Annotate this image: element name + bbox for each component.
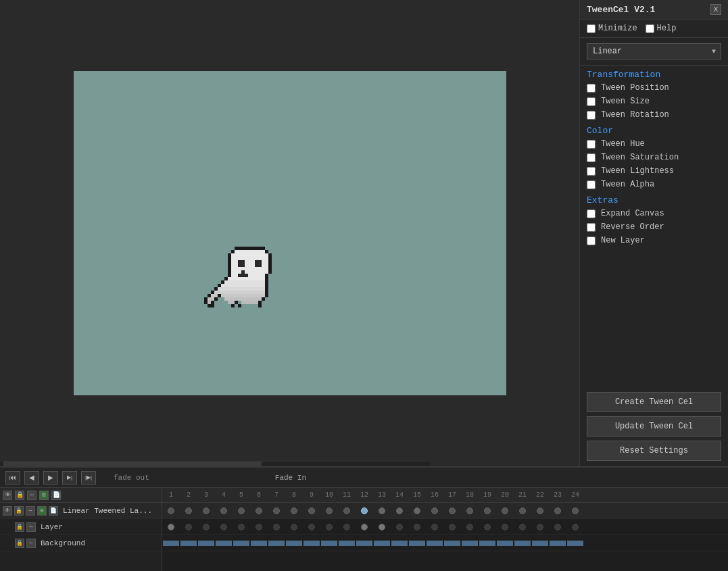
cell-1-1[interactable] — [162, 505, 180, 517]
reset-settings-button[interactable]: Reset Settings — [587, 441, 721, 461]
cell-2-9[interactable] — [303, 521, 320, 533]
cell-3-5[interactable] — [233, 537, 250, 549]
dots-header-icon[interactable]: ⋯ — [27, 491, 37, 500]
tween-saturation-checkbox[interactable] — [587, 153, 596, 162]
cell-1-20[interactable] — [496, 505, 514, 517]
cell-2-8[interactable] — [285, 521, 303, 533]
minimize-option[interactable]: Minimize — [587, 24, 637, 33]
cell-3-23[interactable] — [549, 537, 566, 549]
page-icon-1[interactable]: 📄 — [49, 506, 58, 516]
cell-3-4[interactable] — [215, 537, 233, 549]
cell-2-24[interactable] — [566, 521, 584, 533]
cell-3-6[interactable] — [250, 537, 268, 549]
cell-1-17[interactable] — [443, 505, 461, 517]
cell-3-16[interactable] — [426, 537, 443, 549]
update-tween-button[interactable]: Update Tween Cel — [587, 416, 721, 437]
cell-1-11[interactable] — [338, 505, 356, 517]
page-header-icon[interactable]: 📄 — [51, 491, 61, 500]
cell-1-16[interactable] — [426, 505, 443, 517]
close-button[interactable]: X — [710, 4, 721, 15]
cell-3-8[interactable] — [285, 537, 303, 549]
group-header-icon[interactable]: ⊞ — [39, 491, 49, 500]
group-icon-1[interactable]: ⊞ — [37, 506, 47, 516]
cell-3-21[interactable] — [514, 537, 531, 549]
tween-position-checkbox[interactable] — [587, 84, 596, 93]
cell-2-2[interactable] — [180, 521, 197, 533]
new-layer-checkbox[interactable] — [587, 237, 596, 245]
cell-2-17[interactable] — [443, 521, 461, 533]
tween-hue-checkbox[interactable] — [587, 140, 596, 149]
cell-3-1[interactable] — [162, 537, 180, 549]
cell-1-9[interactable] — [303, 505, 320, 517]
play-button[interactable]: ▶ — [43, 471, 58, 485]
lock-icon-3[interactable]: 🔒 — [15, 539, 24, 548]
cell-2-4[interactable] — [215, 521, 233, 533]
cell-3-3[interactable] — [197, 537, 215, 549]
cell-2-19[interactable] — [479, 521, 496, 533]
cell-3-9[interactable] — [303, 537, 320, 549]
prev-frame-button[interactable]: ◀ — [24, 471, 39, 485]
cell-3-24[interactable] — [566, 537, 584, 549]
cell-2-11[interactable] — [338, 521, 356, 533]
dots-icon-1[interactable]: ⋯ — [26, 506, 35, 516]
help-option[interactable]: Help — [646, 24, 677, 33]
cell-1-23[interactable] — [549, 505, 566, 517]
eye-icon-1[interactable]: 👁 — [3, 506, 12, 516]
reverse-order-checkbox[interactable] — [587, 223, 596, 232]
lock-icon-1[interactable]: 🔒 — [14, 506, 24, 516]
cell-1-6[interactable] — [250, 505, 268, 517]
cell-2-3[interactable] — [197, 521, 215, 533]
cell-2-20[interactable] — [496, 521, 514, 533]
cell-2-18[interactable] — [461, 521, 479, 533]
cell-2-16[interactable] — [426, 521, 443, 533]
cell-1-4[interactable] — [215, 505, 233, 517]
next-frame-button[interactable]: ▶| — [62, 471, 77, 485]
cell-3-18[interactable] — [461, 537, 479, 549]
cell-1-12[interactable] — [356, 505, 373, 517]
cell-2-10[interactable] — [320, 521, 338, 533]
cell-1-13[interactable] — [373, 505, 391, 517]
cell-2-5[interactable] — [233, 521, 250, 533]
dots-icon-2[interactable]: ⋯ — [26, 522, 36, 532]
tween-lightness-checkbox[interactable] — [587, 167, 596, 176]
cell-1-24[interactable] — [566, 505, 584, 517]
cell-3-17[interactable] — [443, 537, 461, 549]
create-tween-button[interactable]: Create Tween Cel — [587, 392, 721, 412]
cell-2-7[interactable] — [268, 521, 285, 533]
expand-canvas-checkbox[interactable] — [587, 209, 596, 218]
cell-3-22[interactable] — [531, 537, 549, 549]
skip-end-button[interactable]: |▶| — [81, 471, 96, 485]
cell-2-23[interactable] — [549, 521, 566, 533]
cell-2-12[interactable] — [356, 521, 373, 533]
lock-icon-2[interactable]: 🔒 — [15, 522, 24, 532]
cell-2-14[interactable] — [391, 521, 408, 533]
cell-3-12[interactable] — [356, 537, 373, 549]
cell-1-10[interactable] — [320, 505, 338, 517]
lock-header-icon[interactable]: 🔒 — [15, 491, 24, 500]
cell-1-2[interactable] — [180, 505, 197, 517]
cell-1-21[interactable] — [514, 505, 531, 517]
cell-1-3[interactable] — [197, 505, 215, 517]
cell-1-7[interactable] — [268, 505, 285, 517]
skip-start-button[interactable]: ⏮ — [5, 471, 20, 485]
cell-2-1[interactable] — [162, 521, 180, 533]
cell-3-13[interactable] — [373, 537, 391, 549]
minimize-checkbox[interactable] — [587, 24, 596, 33]
cell-1-18[interactable] — [461, 505, 479, 517]
cell-1-8[interactable] — [285, 505, 303, 517]
easing-dropdown[interactable]: Linear Ease In Ease Out Ease In-Out — [587, 43, 721, 59]
tween-alpha-checkbox[interactable] — [587, 180, 596, 189]
cell-1-15[interactable] — [408, 505, 426, 517]
cell-1-19[interactable] — [479, 505, 496, 517]
cell-3-10[interactable] — [320, 537, 338, 549]
cell-3-14[interactable] — [391, 537, 408, 549]
cell-3-11[interactable] — [338, 537, 356, 549]
cell-2-21[interactable] — [514, 521, 531, 533]
tween-rotation-checkbox[interactable] — [587, 111, 596, 120]
cell-3-7[interactable] — [268, 537, 285, 549]
tween-size-checkbox[interactable] — [587, 97, 596, 106]
cell-2-13[interactable] — [373, 521, 391, 533]
dots-icon-3[interactable]: ⋯ — [26, 539, 36, 548]
cell-3-2[interactable] — [180, 537, 197, 549]
cell-2-22[interactable] — [531, 521, 549, 533]
